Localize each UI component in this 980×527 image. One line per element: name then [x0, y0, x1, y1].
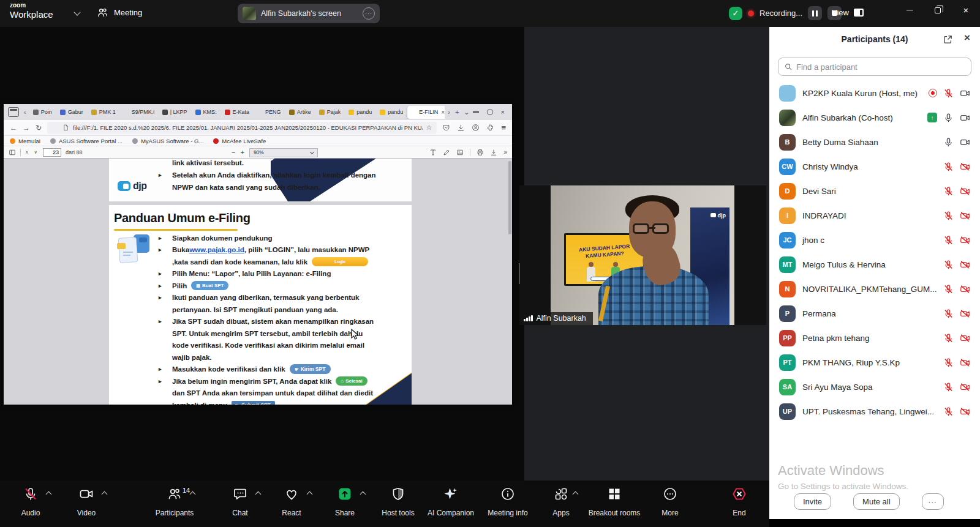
mic-status-icon[interactable]: [943, 260, 954, 270]
mic-status-icon[interactable]: [943, 333, 954, 343]
participant-row[interactable]: MT Meigo Tulus & Hervina ↑: [769, 252, 980, 277]
toolbar-button[interactable]: More: [646, 484, 694, 518]
toolbar-button[interactable]: Chat: [216, 484, 265, 518]
camera-status-icon[interactable]: [960, 88, 970, 99]
mic-status-icon[interactable]: [943, 137, 954, 148]
text-tool-icon[interactable]: [429, 149, 437, 156]
browser-minimize-icon[interactable]: [473, 111, 479, 112]
reload-icon[interactable]: ↻: [36, 124, 42, 132]
pdf-viewport[interactable]: djp link aktivasi tersebut.: [4, 159, 512, 405]
toolbar-button[interactable]: Share: [319, 484, 371, 518]
chevron-up-icon[interactable]: [255, 491, 262, 498]
chevron-up-icon[interactable]: [573, 491, 579, 498]
invite-button[interactable]: Invite: [794, 493, 831, 510]
chevron-up-icon[interactable]: [46, 491, 52, 498]
screen-tab-options-icon[interactable]: ···: [363, 7, 375, 20]
participant-row[interactable]: P Permana ↑: [769, 301, 980, 326]
mic-status-icon[interactable]: [943, 113, 954, 123]
camera-status-icon[interactable]: [960, 406, 970, 417]
more-tools-icon[interactable]: »: [503, 149, 507, 155]
toolbar-button[interactable]: Apps: [538, 484, 584, 518]
forward-icon[interactable]: →: [23, 124, 30, 132]
extension-icon[interactable]: [486, 124, 494, 132]
camera-status-icon[interactable]: [960, 235, 970, 245]
browser-tab[interactable]: PMK 1 ×: [88, 106, 119, 119]
camera-status-icon[interactable]: [960, 260, 970, 270]
popout-icon[interactable]: [943, 34, 953, 45]
mic-status-icon[interactable]: [943, 211, 954, 221]
more-options-button[interactable]: ···: [922, 493, 944, 510]
camera-status-icon[interactable]: [960, 113, 970, 123]
chevron-up-icon[interactable]: [360, 491, 366, 498]
toolbar-button[interactable]: AI Companion: [419, 484, 483, 518]
camera-status-icon[interactable]: [960, 284, 970, 294]
participant-row[interactable]: B Betty Duma Siahaan ↑: [769, 130, 980, 154]
bookmark-item[interactable]: Memulai: [10, 138, 40, 144]
page-down-icon[interactable]: ∨: [34, 149, 39, 155]
browser-tab[interactable]: E-FILIN ×: [407, 106, 445, 119]
search-input[interactable]: [796, 62, 965, 72]
address-bar[interactable]: file:///F:/1. FILE 2020 s.d.%20 2025/6. …: [47, 122, 437, 134]
bookmark-item[interactable]: ASUS Software Portal ...: [50, 138, 123, 144]
toolbar-button[interactable]: 14 Participants: [143, 484, 206, 518]
back-icon[interactable]: ←: [10, 124, 17, 132]
downloads-icon[interactable]: [457, 124, 465, 132]
image-tool-icon[interactable]: [456, 149, 464, 156]
browser-tab[interactable]: pandu ×: [376, 106, 407, 119]
tab-scroll-right-icon[interactable]: ›: [446, 108, 452, 116]
browser-tab[interactable]: Artike ×: [285, 106, 315, 119]
participant-row[interactable]: CW Christy Windya ↑: [769, 154, 980, 179]
bookmark-star-icon[interactable]: ☆: [426, 124, 432, 132]
participant-row[interactable]: SA Sri Ayu Maya Sopa ↑: [769, 375, 980, 399]
close-button[interactable]: ×: [952, 0, 980, 20]
mic-status-icon[interactable]: [943, 406, 954, 417]
toolbar-button[interactable]: Meeting info: [481, 484, 534, 518]
bookmark-item[interactable]: MyASUS Software - G...: [132, 138, 203, 144]
camera-status-icon[interactable]: [960, 333, 970, 343]
zoom-out-icon[interactable]: −: [232, 149, 235, 156]
mic-status-icon[interactable]: [943, 357, 954, 368]
tab-scroll-left-icon[interactable]: ‹: [22, 108, 28, 116]
toolbar-button[interactable]: End: [715, 484, 764, 518]
participant-row[interactable]: PT PKM THANG, Riup Y.S.Kp ↑: [769, 350, 980, 375]
page-up-icon[interactable]: ∧: [25, 149, 30, 155]
minimize-button[interactable]: [895, 0, 924, 20]
browser-tab[interactable]: Gabur ×: [56, 106, 87, 119]
toolbar-button[interactable]: Host tools: [372, 484, 424, 518]
new-tab-icon[interactable]: +: [453, 108, 461, 116]
toolbar-button[interactable]: Video: [62, 484, 111, 518]
participant-row[interactable]: D Devi Sari ↑: [769, 179, 980, 203]
menu-icon[interactable]: ≡: [501, 123, 506, 132]
tab-manager-icon[interactable]: [8, 107, 19, 117]
toolbar-button[interactable]: Breakout rooms: [582, 484, 647, 518]
tab-close-icon[interactable]: ×: [441, 109, 445, 116]
browser-close-icon[interactable]: ×: [501, 108, 505, 116]
account-icon[interactable]: [472, 124, 480, 132]
toolbar-button[interactable]: Audio: [6, 484, 55, 518]
page-number-input[interactable]: [43, 148, 61, 157]
camera-status-icon[interactable]: [960, 137, 970, 148]
pdf-scrollbar[interactable]: [508, 161, 511, 234]
browser-tab[interactable]: KMS: ×: [192, 106, 221, 119]
chevron-up-icon[interactable]: [190, 491, 196, 498]
site-info-icon[interactable]: [52, 124, 59, 131]
mic-status-icon[interactable]: [943, 186, 954, 196]
participant-row[interactable]: I INDRAYADI ↑: [769, 203, 980, 228]
mic-status-icon[interactable]: [943, 162, 954, 172]
zoom-level-select[interactable]: 90%: [249, 148, 318, 157]
camera-status-icon[interactable]: [960, 211, 970, 221]
participant-row[interactable]: JC jhon c ↑: [769, 228, 980, 252]
print-icon[interactable]: [477, 149, 484, 156]
panel-close-icon[interactable]: ×: [964, 32, 970, 44]
chevron-up-icon[interactable]: [307, 491, 313, 498]
participant-row[interactable]: PP Petna pkm tehang ↑: [769, 326, 980, 350]
mute-all-button[interactable]: Mute all: [853, 493, 900, 510]
security-shield-icon[interactable]: ✓: [729, 7, 742, 20]
mic-status-icon[interactable]: [943, 284, 954, 294]
bookmark-item[interactable]: McAfee LiveSafe: [213, 138, 266, 144]
camera-status-icon[interactable]: [960, 162, 970, 172]
mic-status-icon[interactable]: [943, 382, 954, 392]
browser-tab[interactable]: | LKPP ×: [159, 106, 191, 119]
participant-row[interactable]: KP2KP Kuala Kurun (Host, me) ↑: [769, 81, 980, 105]
participant-row[interactable]: UP UPT. Puskesmas Tehang, Lingwei... ↑: [769, 399, 980, 424]
